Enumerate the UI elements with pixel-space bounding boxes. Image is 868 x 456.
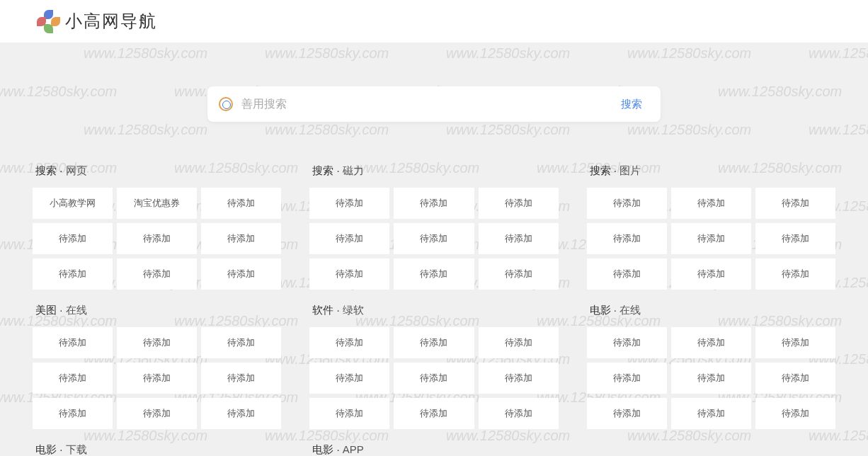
category-title-sub: 网页 xyxy=(66,164,87,176)
header: 小高网导航 xyxy=(0,0,868,42)
nav-tile[interactable]: 待添加 xyxy=(117,363,197,394)
nav-tile[interactable]: 待添加 xyxy=(309,223,389,254)
nav-tile[interactable]: 待添加 xyxy=(394,398,474,429)
nav-tile[interactable]: 待添加 xyxy=(201,363,281,394)
category-title-sub: 图片 xyxy=(619,164,641,176)
nav-tile[interactable]: 待添加 xyxy=(755,398,835,429)
category-title-sub: 在线 xyxy=(619,304,641,316)
tile-grid: 待添加待添加待添加待添加待添加待添加待添加待添加待添加 xyxy=(587,327,835,429)
tile-grid: 待添加待添加待添加待添加待添加待添加待添加待添加待添加 xyxy=(33,327,281,429)
nav-tile[interactable]: 待添加 xyxy=(479,327,559,358)
nav-tile[interactable]: 待添加 xyxy=(394,188,474,219)
nav-tile[interactable]: 待添加 xyxy=(755,327,835,358)
category-block: 美图 · 在线待添加待添加待添加待添加待添加待添加待添加待添加待添加 xyxy=(33,304,281,429)
search-box: 搜索 xyxy=(207,86,661,122)
nav-tile[interactable]: 待添加 xyxy=(394,363,474,394)
category-title: 搜索 · 磁力 xyxy=(309,164,558,178)
nav-tile[interactable]: 待添加 xyxy=(201,188,281,219)
category-block: 电影 · 在线待添加待添加待添加待添加待添加待添加待添加待添加待添加 xyxy=(587,304,835,429)
nav-tile[interactable]: 小高教学网 xyxy=(33,188,113,219)
nav-tile[interactable]: 待添加 xyxy=(309,188,389,219)
tile-grid: 待添加待添加待添加待添加待添加待添加待添加待添加待添加 xyxy=(309,188,558,290)
category-block: 搜索 · 网页小高教学网淘宝优惠券待添加待添加待添加待添加待添加待添加待添加 xyxy=(33,164,281,290)
nav-tile[interactable]: 待添加 xyxy=(479,363,559,394)
category-title: 软件 · 绿软 xyxy=(309,304,558,317)
category-title-main: 搜索 xyxy=(35,164,57,176)
category-title: 搜索 · 网页 xyxy=(33,164,281,178)
nav-tile[interactable]: 待添加 xyxy=(671,223,751,254)
nav-tile[interactable]: 待添加 xyxy=(394,258,474,290)
category-block: 搜索 · 图片待添加待添加待添加待添加待添加待添加待添加待添加待添加 xyxy=(587,164,835,290)
nav-tile[interactable]: 待添加 xyxy=(671,363,751,394)
tile-grid: 待添加待添加待添加待添加待添加待添加待添加待添加待添加 xyxy=(587,188,835,290)
search-input[interactable] xyxy=(241,98,605,110)
nav-tile[interactable]: 待添加 xyxy=(201,398,281,429)
nav-tile[interactable]: 待添加 xyxy=(671,188,751,219)
nav-tile[interactable]: 待添加 xyxy=(671,258,751,290)
category-title-sub: APP xyxy=(343,443,364,455)
nav-tile[interactable]: 待添加 xyxy=(587,188,667,219)
nav-tile[interactable]: 待添加 xyxy=(33,363,113,394)
nav-tile[interactable]: 待添加 xyxy=(587,258,667,290)
category-title: 美图 · 在线 xyxy=(33,304,281,317)
category-title-main: 软件 xyxy=(312,304,333,316)
category-title-sub: 绿软 xyxy=(343,304,364,316)
category-title-main: 搜索 xyxy=(590,164,611,176)
search-section: 搜索 xyxy=(0,42,868,164)
nav-tile[interactable]: 待添加 xyxy=(33,258,113,290)
nav-tile[interactable]: 待添加 xyxy=(201,327,281,358)
category-title-main: 搜索 xyxy=(312,164,333,176)
nav-tile[interactable]: 待添加 xyxy=(201,223,281,254)
nav-tile[interactable]: 待添加 xyxy=(117,327,197,358)
nav-tile[interactable]: 待添加 xyxy=(117,398,197,429)
nav-tile[interactable]: 待添加 xyxy=(309,327,389,358)
nav-tile[interactable]: 待添加 xyxy=(394,327,474,358)
nav-tile[interactable]: 待添加 xyxy=(587,398,667,429)
category-title: 电影 · APP xyxy=(309,443,558,456)
category-block: 搜索 · 磁力待添加待添加待添加待添加待添加待添加待添加待添加待添加 xyxy=(309,164,558,290)
pinwheel-logo-icon xyxy=(37,10,59,33)
category-title-sub: 下载 xyxy=(66,443,87,455)
category-title-main: 电影 xyxy=(312,443,333,455)
partial-category-row: 电影 · 下载电影 · APP xyxy=(0,443,868,456)
nav-tile[interactable]: 待添加 xyxy=(33,327,113,358)
nav-tile[interactable]: 待添加 xyxy=(309,398,389,429)
category-title: 电影 · 下载 xyxy=(33,443,281,456)
nav-tile[interactable]: 待添加 xyxy=(394,223,474,254)
nav-tile[interactable]: 待添加 xyxy=(755,223,835,254)
nav-tile[interactable]: 待添加 xyxy=(309,363,389,394)
category-title-main: 美图 xyxy=(35,304,57,316)
nav-tile[interactable]: 待添加 xyxy=(671,327,751,358)
nav-tile[interactable]: 待添加 xyxy=(117,258,197,290)
nav-tile[interactable]: 待添加 xyxy=(33,398,113,429)
category-title: 电影 · 在线 xyxy=(587,304,835,317)
nav-tile[interactable]: 待添加 xyxy=(755,188,835,219)
nav-tile[interactable]: 待添加 xyxy=(479,223,559,254)
category-title-main: 电影 xyxy=(35,443,57,455)
search-engine-icon[interactable] xyxy=(219,97,233,111)
nav-tile[interactable]: 淘宝优惠券 xyxy=(117,188,197,219)
nav-tile[interactable]: 待添加 xyxy=(33,223,113,254)
category-title-sub: 在线 xyxy=(66,304,87,316)
nav-tile[interactable]: 待添加 xyxy=(117,223,197,254)
nav-tile[interactable]: 待添加 xyxy=(479,258,559,290)
nav-tile[interactable]: 待添加 xyxy=(479,188,559,219)
tile-grid: 待添加待添加待添加待添加待添加待添加待添加待添加待添加 xyxy=(309,327,558,429)
nav-tile[interactable]: 待添加 xyxy=(755,258,835,290)
nav-tile[interactable]: 待添加 xyxy=(587,327,667,358)
search-button[interactable]: 搜索 xyxy=(605,86,658,122)
nav-tile[interactable]: 待添加 xyxy=(587,223,667,254)
nav-tile[interactable]: 待添加 xyxy=(587,363,667,394)
nav-tile[interactable]: 待添加 xyxy=(201,258,281,290)
category-title-sub: 磁力 xyxy=(343,164,364,176)
nav-tile[interactable]: 待添加 xyxy=(309,258,389,290)
category-block: 软件 · 绿软待添加待添加待添加待添加待添加待添加待添加待添加待添加 xyxy=(309,304,558,429)
nav-tile[interactable]: 待添加 xyxy=(671,398,751,429)
category-grid: 搜索 · 网页小高教学网淘宝优惠券待添加待添加待添加待添加待添加待添加待添加搜索… xyxy=(0,164,868,429)
category-title-main: 电影 xyxy=(590,304,611,316)
site-title: 小高网导航 xyxy=(65,10,157,33)
nav-tile[interactable]: 待添加 xyxy=(755,363,835,394)
category-title: 搜索 · 图片 xyxy=(587,164,835,178)
tile-grid: 小高教学网淘宝优惠券待添加待添加待添加待添加待添加待添加待添加 xyxy=(33,188,281,290)
nav-tile[interactable]: 待添加 xyxy=(479,398,559,429)
